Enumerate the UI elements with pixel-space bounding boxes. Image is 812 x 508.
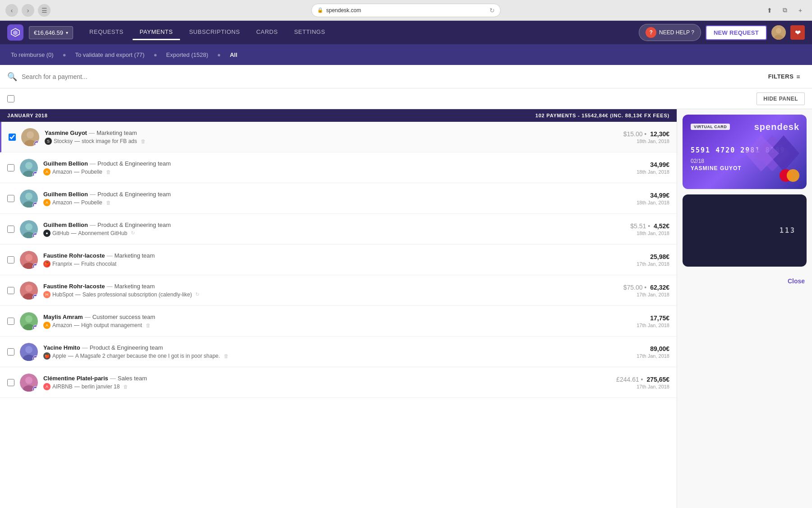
sync-icon: ↻	[195, 291, 199, 297]
row-checkbox[interactable]	[7, 164, 14, 171]
row-checkbox[interactable]	[7, 226, 14, 233]
avatar-badge	[32, 233, 38, 238]
svg-point-16	[25, 193, 32, 200]
avatar-badge	[32, 325, 38, 330]
subnav-exported[interactable]: Exported (1528)	[166, 50, 208, 60]
merchant-name: Amazon	[52, 199, 72, 206]
heart-button[interactable]: ❤	[790, 25, 805, 40]
merchant-icon: ●	[43, 230, 51, 237]
table-row[interactable]: Guilhem Bellion—Product & Engineering te…	[0, 152, 677, 183]
card-badge-icon	[35, 142, 39, 146]
avatar	[20, 159, 38, 177]
balance-button[interactable]: €16,646.59 ▾	[29, 26, 73, 39]
table-row[interactable]: Guilhem Bellion—Product & Engineering te…	[0, 214, 677, 245]
address-bar: 🔒 spendesk.com ↻	[311, 4, 501, 17]
table-row[interactable]: Guilhem Bellion—Product & Engineering te…	[0, 183, 677, 214]
row-checkbox[interactable]	[7, 195, 14, 202]
logo-icon	[10, 28, 20, 37]
amount-main: 34,99€	[637, 161, 669, 168]
subnav-validate[interactable]: To validate and export (77)	[75, 50, 145, 60]
amount-date: 17th Jan, 2018	[616, 384, 669, 389]
row-sub: 🍎 Apple — A Magsafe 2 charger because th…	[43, 352, 637, 360]
nav-settings[interactable]: SETTINGS	[287, 25, 332, 40]
table-row[interactable]: Yacine Hmito—Product & Engineering team …	[0, 337, 677, 367]
row-name: Clémentine Platel-paris—Sales team	[43, 375, 616, 382]
merchant-icon: A	[43, 383, 51, 390]
table-row[interactable]: Clémentine Platel-paris—Sales team A AIR…	[0, 367, 677, 398]
merchant-name: Apple	[52, 353, 66, 359]
description: Fruits chocolat	[81, 261, 116, 267]
row-checkbox[interactable]	[7, 348, 14, 356]
refresh-icon[interactable]: ↻	[489, 7, 495, 14]
row-amount: 34,99€ 18th Jan, 2018	[637, 192, 669, 205]
row-name: Faustine Rohr-lacoste—Marketing team	[43, 252, 637, 259]
row-amount: 89,00€ 17th Jan, 2018	[637, 345, 669, 359]
app-header: €16,646.59 ▾ REQUESTS PAYMENTS SUBSCRIPT…	[0, 21, 812, 44]
logo-button[interactable]	[7, 24, 23, 41]
amount-main: 17,75€	[637, 314, 669, 322]
amount-main: $5.51 • 4,52€	[630, 222, 669, 230]
row-checkbox[interactable]	[7, 379, 14, 386]
trash-icon[interactable]: 🗑	[123, 384, 128, 389]
trash-icon[interactable]: 🗑	[146, 323, 151, 328]
row-checkbox[interactable]	[9, 134, 16, 141]
row-details: Clémentine Platel-paris—Sales team A AIR…	[43, 375, 616, 390]
new-tab-button[interactable]: ⧉	[779, 4, 791, 17]
hide-panel-button[interactable]: HIDE PANEL	[757, 92, 805, 105]
avatar-badge	[32, 171, 38, 177]
table-row[interactable]: Maylis Amram—Customer success team A Ama…	[0, 306, 677, 337]
card-badge-icon	[34, 388, 37, 391]
new-request-button[interactable]: NEW REQUEST	[706, 25, 767, 40]
row-amount: 34,99€ 18th Jan, 2018	[637, 161, 669, 175]
nav-payments[interactable]: PAYMENTS	[133, 25, 180, 40]
close-button[interactable]: Close	[788, 277, 805, 285]
month-stats: 102 PAYMENTS - 15542,84€ (INC. 88,13€ FX…	[535, 113, 669, 118]
table-row[interactable]: Faustine Rohr-lacoste—Marketing team 🍎 F…	[0, 245, 677, 275]
row-checkbox[interactable]	[7, 256, 14, 263]
amount-original: £244.61 •	[616, 376, 643, 383]
subnav-all[interactable]: All	[230, 50, 237, 60]
trash-icon[interactable]: 🗑	[106, 169, 111, 175]
nav-requests[interactable]: REQUESTS	[82, 25, 131, 40]
search-icon: 🔍	[7, 72, 17, 82]
sidebar-button[interactable]: ☰	[38, 4, 51, 17]
help-icon: ?	[646, 27, 656, 38]
svg-rect-44	[34, 357, 36, 358]
dark-card: 113	[683, 194, 807, 267]
avatar-badge	[32, 294, 38, 300]
row-details: Guilhem Bellion—Product & Engineering te…	[43, 222, 630, 237]
amount-date: 17th Jan, 2018	[637, 323, 669, 328]
row-details: Faustine Rohr-lacoste—Marketing team 🍎 F…	[43, 252, 637, 268]
trash-icon[interactable]: 🗑	[141, 139, 146, 144]
table-row[interactable]: Faustine Rohr-lacoste—Marketing team H H…	[0, 275, 677, 306]
amount-original: $15.00 •	[623, 130, 647, 138]
row-name: Guilhem Bellion—Product & Engineering te…	[43, 222, 630, 228]
nav-cards[interactable]: CARDS	[249, 25, 285, 40]
row-details: Faustine Rohr-lacoste—Marketing team H H…	[43, 283, 623, 298]
table-row[interactable]: Yasmine Guyot—Marketing team S Stocksy —…	[0, 122, 677, 152]
add-button[interactable]: +	[794, 4, 807, 17]
row-checkbox[interactable]	[7, 318, 14, 325]
select-all-checkbox[interactable]	[7, 95, 14, 102]
main-nav: REQUESTS PAYMENTS SUBSCRIPTIONS CARDS SE…	[82, 25, 639, 40]
user-avatar[interactable]	[771, 25, 786, 40]
trash-icon[interactable]: 🗑	[224, 353, 229, 359]
filters-button[interactable]: FILTERS ≡	[764, 70, 805, 83]
search-input[interactable]	[22, 73, 764, 80]
row-name: Guilhem Bellion—Product & Engineering te…	[43, 160, 637, 167]
url-text: spendesk.com	[326, 7, 361, 14]
row-amount: $15.00 • 12,30€ 18th Jan, 2018	[623, 130, 669, 144]
subnav-reimburse[interactable]: To reimburse (0)	[11, 50, 54, 60]
avatar	[20, 251, 38, 269]
sync-icon: ↻	[131, 230, 135, 236]
nav-subscriptions[interactable]: SUBSCRIPTIONS	[182, 25, 247, 40]
row-details: Guilhem Bellion—Product & Engineering te…	[43, 160, 637, 175]
row-checkbox[interactable]	[7, 287, 14, 294]
forward-button[interactable]: ›	[22, 4, 34, 17]
share-button[interactable]: ⬆	[763, 4, 776, 17]
table-controls: HIDE PANEL	[0, 88, 812, 109]
back-button[interactable]: ‹	[5, 4, 18, 17]
trash-icon[interactable]: 🗑	[106, 200, 111, 205]
need-help-button[interactable]: ? NEED HELP ?	[639, 24, 701, 41]
mc-circle-yellow	[787, 169, 799, 182]
